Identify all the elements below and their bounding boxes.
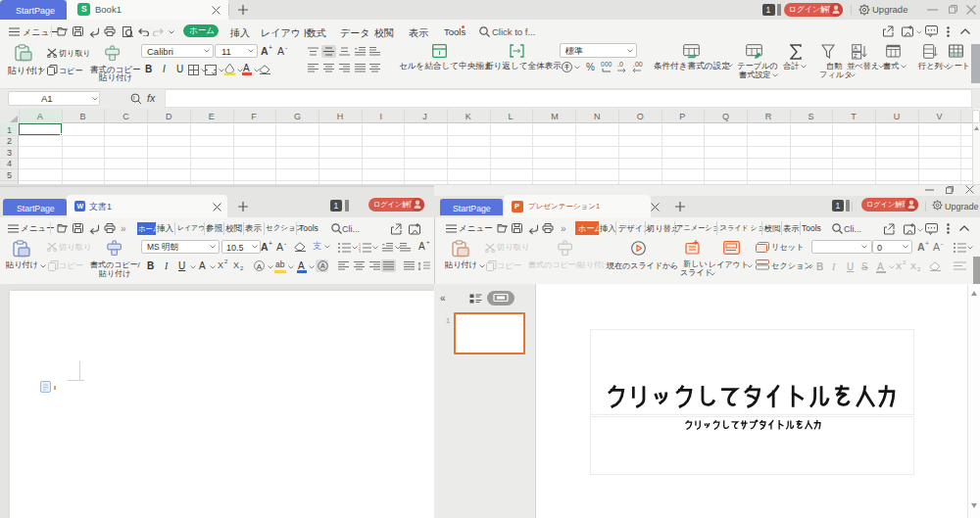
svg-text:Z: Z (854, 53, 858, 59)
svg-text:A: A (257, 262, 263, 271)
svg-text:A: A (320, 262, 325, 269)
svg-text:A: A (854, 45, 858, 51)
svg-text:f: f (133, 95, 135, 101)
svg-text:3: 3 (359, 250, 361, 253)
